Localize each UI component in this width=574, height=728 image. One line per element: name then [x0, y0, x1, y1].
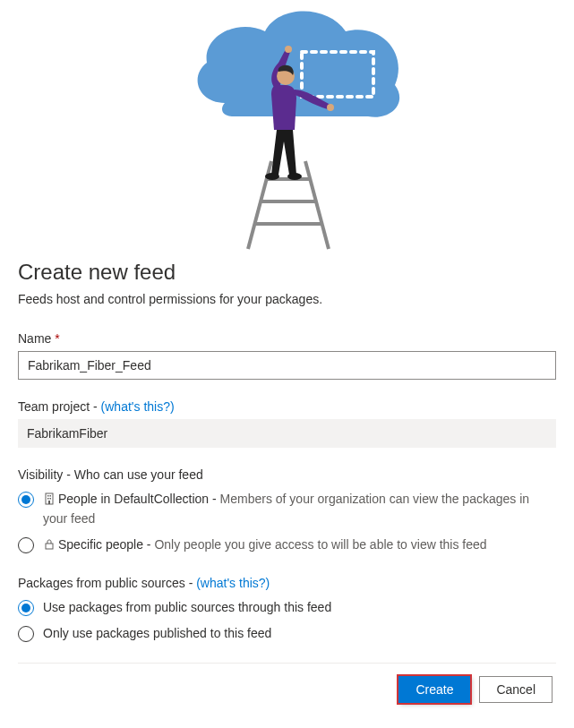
svg-line-1: [305, 161, 329, 249]
svg-rect-16: [48, 501, 50, 504]
lock-icon: [43, 538, 56, 556]
name-input[interactable]: [18, 351, 556, 380]
create-button[interactable]: Create: [398, 676, 470, 703]
public-sources-label: Packages from public sources - (what's t…: [18, 576, 556, 590]
svg-rect-15: [50, 498, 52, 500]
svg-rect-12: [47, 495, 49, 497]
visibility-option-org[interactable]: People in DefaultCollection - Members of…: [18, 491, 556, 527]
visibility-label: Visibility - Who can use your feed: [18, 467, 556, 482]
team-project-label: Team project - (what's this?): [18, 399, 556, 414]
team-project-whats-this-link[interactable]: (what's this?): [101, 399, 175, 414]
svg-rect-13: [50, 495, 52, 497]
page-subtitle: Feeds host and control permissions for y…: [18, 292, 556, 306]
radio-input[interactable]: [18, 600, 34, 616]
radio-input[interactable]: [18, 537, 34, 553]
radio-input[interactable]: [18, 626, 34, 642]
cloud-illustration: [0, 0, 574, 260]
radio-input[interactable]: [18, 492, 34, 508]
divider: [18, 663, 556, 664]
visibility-option-specific[interactable]: Specific people - Only people you give a…: [18, 536, 556, 556]
svg-rect-14: [47, 498, 49, 500]
svg-point-6: [265, 173, 279, 180]
svg-point-7: [287, 173, 302, 180]
public-sources-option-use[interactable]: Use packages from public sources through…: [18, 599, 556, 617]
svg-point-9: [327, 104, 334, 111]
svg-rect-17: [46, 544, 53, 549]
team-project-value: FabrikamFiber: [18, 419, 556, 448]
page-title: Create new feed: [18, 260, 556, 285]
cancel-button[interactable]: Cancel: [479, 676, 553, 703]
public-sources-option-only[interactable]: Only use packages published to this feed: [18, 625, 556, 643]
org-icon: [43, 492, 56, 510]
public-sources-whats-this-link[interactable]: (what's this?): [196, 576, 270, 590]
name-label: Name *: [18, 331, 556, 346]
svg-point-8: [285, 46, 292, 53]
